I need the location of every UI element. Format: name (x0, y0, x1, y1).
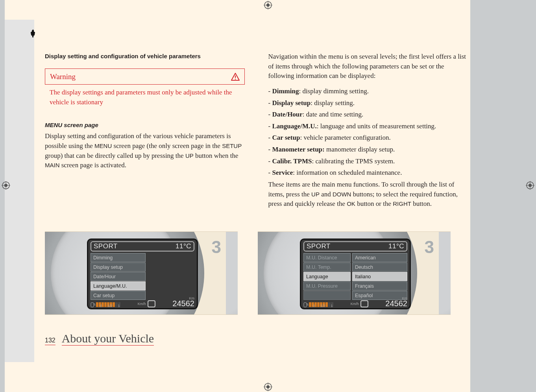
lcd-menu-item: Language (303, 272, 351, 281)
lcd-screen-left: SPORT 11°C DimmingDisplay setupDate/Hour… (87, 239, 198, 309)
lcd-menu-item: Dimming (91, 253, 146, 262)
fuel-pump-mini-icon (91, 302, 95, 307)
speed-box-icon (360, 300, 368, 307)
dashboard-screenshot-left: 3 SPORT 11°C DimmingDisplay setupDate/Ho… (45, 231, 238, 315)
registration-mark-icon (264, 383, 272, 391)
left-column: Display setting and configuration of veh… (45, 52, 245, 214)
menu-list-item: - Service: information on scheduled main… (268, 168, 468, 178)
speed-box-icon (148, 300, 155, 307)
right-column: Navigation within the menu is on several… (268, 52, 468, 214)
page-footer: 132 About your Vehicle (45, 332, 154, 346)
fuel-gauge: 01/21 (303, 302, 333, 307)
warning-body-text: The display settings and parameters must… (45, 88, 245, 111)
ambient-temp: 11°C (388, 242, 404, 250)
lcd-menu-item: Date/Hour (91, 272, 146, 281)
side-grey-tab (5, 20, 34, 362)
registration-mark-icon (526, 181, 534, 190)
outro-paragraph: These items are the main menu functions.… (268, 180, 468, 209)
page-number: 132 (45, 337, 55, 345)
menu-list-item: - Calibr. TPMS: calibrating the TPMS sys… (268, 157, 468, 166)
svg-rect-18 (91, 303, 94, 307)
menu-paragraph: Display setting and configuration of the… (45, 131, 245, 170)
menu-list-item: - Manometer setup: manometer display set… (268, 145, 468, 155)
odometer: Km24562 (385, 297, 407, 307)
menu-list-item: - Display setup: display setting. (268, 98, 468, 108)
fuel-pump-mini-icon (303, 302, 308, 307)
lcd-menu-item: Language/M.U. (91, 281, 146, 290)
drive-mode: SPORT (307, 242, 331, 250)
menu-list-item: - Dimming: display dimming setting. (268, 87, 468, 96)
menu-list-item: - Date/Hour: date and time setting. (268, 110, 468, 120)
tach-number-3: 3 (212, 237, 221, 257)
lcd-menu-item: M.U. Temp. (303, 263, 351, 272)
svg-rect-17 (235, 79, 236, 80)
registration-mark-icon (2, 181, 10, 190)
fuel-gauge: 01/21 (91, 302, 120, 307)
section-title: Display setting and configuration of veh… (45, 52, 245, 61)
section-footer-title: About your Vehicle (62, 332, 154, 346)
lcd-menu-item: M.U. Pressure (303, 281, 351, 290)
drive-mode: SPORT (94, 242, 118, 250)
lcd-menu-item: Français (352, 281, 407, 290)
registration-mark-icon (264, 1, 272, 9)
warning-label: Warning (50, 71, 76, 82)
menu-list-item: - Car setup: vehicle parameter configura… (268, 133, 468, 143)
tach-number-3: 3 (425, 237, 434, 257)
dashboard-screenshot-right: 3 SPORT 11°C M.U. DistanceM.U. Temp.Lang… (258, 231, 451, 315)
ambient-temp: 11°C (176, 242, 191, 250)
svg-rect-16 (235, 76, 236, 78)
odometer: Km24562 (172, 297, 194, 307)
content-columns: Display setting and configuration of veh… (45, 52, 468, 214)
ferrari-horse-logo (29, 29, 37, 41)
lcd-menu-item: Deutsch (352, 263, 407, 272)
warning-title-box: Warning (45, 68, 245, 85)
menu-list-item: - Language/M.U.: language and units of m… (268, 122, 468, 131)
intro-paragraph: Navigation within the menu is on several… (268, 52, 468, 81)
lcd-menu-item: Display setup (91, 263, 146, 272)
lcd-screen-right: SPORT 11°C M.U. DistanceM.U. Temp.Langua… (300, 239, 410, 309)
lcd-menu-item: Italiano (352, 272, 407, 281)
menu-subhead: MENU screen page (45, 121, 245, 129)
menu-item-list: - Dimming: display dimming setting.- Dis… (268, 87, 468, 178)
svg-rect-19 (304, 303, 307, 307)
warning-triangle-icon (231, 72, 240, 81)
page: Display setting and configuration of veh… (0, 0, 536, 392)
lcd-menu-item: M.U. Distance (303, 253, 351, 262)
lcd-menu-item: American (352, 253, 407, 262)
